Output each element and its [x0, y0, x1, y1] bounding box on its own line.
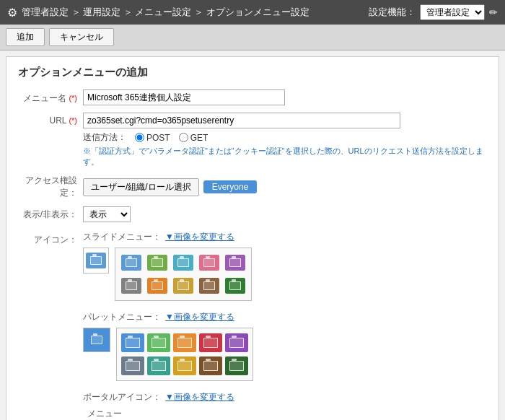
list-item[interactable] [146, 253, 169, 273]
palette-grid-container [116, 328, 253, 381]
everyone-badge: Everyone [203, 180, 258, 193]
note-text: ※「認証方式」で"パラメータ認証"または"クッキー認証"を選択した際の、URLの… [83, 146, 487, 167]
url-field: 送信方法： POST GET ※「認証方式」で"パラメータ認証"または"クッキー… [83, 113, 487, 167]
menu-name-row: メニュー名 (*) [18, 89, 487, 105]
icon-groups: スライドメニュー： ▼画像を変更する [83, 231, 487, 420]
list-item[interactable] [225, 356, 248, 376]
slide-menu-group: スライドメニュー： ▼画像を変更する [83, 231, 487, 301]
get-radio[interactable] [179, 133, 188, 142]
slide-selected-icon [83, 248, 109, 274]
toolbar: 追加 キャンセル [0, 25, 505, 51]
settings-select[interactable]: 管理者設定 [420, 4, 485, 20]
display-select[interactable]: 表示非表示 [83, 206, 131, 222]
palette-menu-label: パレットメニュー： [83, 311, 161, 323]
main-content: オプションメニューの追加 メニュー名 (*) URL (*) 送信方法： POS… [6, 56, 499, 420]
palette-menu-header: パレットメニュー： ▼画像を変更する [83, 311, 487, 323]
list-item[interactable] [172, 253, 195, 273]
header-right: 設定機能： 管理者設定 ✏ [369, 4, 498, 20]
header: ⚙ 管理者設定 ＞ 運用設定 ＞ メニュー設定 ＞ オプションメニュー設定 設定… [0, 0, 505, 25]
menu-label-row: メニュー [87, 408, 487, 420]
list-item[interactable] [224, 276, 247, 296]
icon-section: アイコン： スライドメニュー： ▼画像を変更する [18, 231, 487, 420]
breadcrumb: 管理者設定 ＞ 運用設定 ＞ メニュー設定 ＞ オプションメニュー設定 [22, 6, 309, 19]
menu-sub-label: メニュー [87, 408, 122, 420]
slide-icon-grid [120, 253, 247, 296]
send-method-row: 送信方法： POST GET [83, 131, 487, 144]
pencil-icon[interactable]: ✏ [489, 6, 498, 18]
portal-icon-header: ポータルアイコン： ▼画像を変更する [83, 391, 487, 403]
palette-menu-group: パレットメニュー： ▼画像を変更する [83, 311, 487, 381]
list-item[interactable] [121, 356, 144, 376]
palette-preview-area [83, 328, 487, 381]
url-label: URL (*) [18, 113, 83, 126]
access-label: アクセス権設定： [18, 175, 83, 199]
portal-change-link[interactable]: ▼画像を変更する [165, 391, 234, 403]
page-title: オプションメニューの追加 [18, 66, 487, 79]
post-radio-label[interactable]: POST [135, 133, 170, 143]
list-item[interactable] [199, 333, 222, 353]
list-item[interactable] [172, 276, 195, 296]
list-item[interactable] [120, 276, 143, 296]
list-item[interactable] [225, 333, 248, 353]
portal-icon-label: ポータルアイコン： [83, 391, 161, 403]
slide-menu-header: スライドメニュー： ▼画像を変更する [83, 231, 487, 243]
slide-preview-area [83, 248, 487, 301]
access-select-button[interactable]: ユーザー/組織/ロール選択 [83, 178, 199, 196]
menu-name-input[interactable] [83, 89, 285, 105]
display-label: 表示/非表示： [18, 209, 83, 221]
settings-label: 設定機能： [369, 6, 416, 19]
add-button[interactable]: 追加 [6, 28, 45, 46]
list-item[interactable] [198, 253, 221, 273]
list-item[interactable] [147, 333, 170, 353]
icon-label: アイコン： [18, 231, 83, 246]
list-item[interactable] [173, 356, 196, 376]
send-method-label: 送信方法： [83, 131, 126, 144]
list-item[interactable] [173, 333, 196, 353]
list-item[interactable] [146, 276, 169, 296]
list-item[interactable] [199, 356, 222, 376]
list-item[interactable] [121, 333, 144, 353]
slide-grid-container [115, 248, 252, 301]
gear-icon: ⚙ [7, 6, 17, 19]
cancel-button[interactable]: キャンセル [49, 28, 114, 46]
header-left: ⚙ 管理者設定 ＞ 運用設定 ＞ メニュー設定 ＞ オプションメニュー設定 [7, 6, 309, 19]
url-input[interactable] [83, 113, 400, 128]
palette-icon-grid [121, 333, 248, 376]
menu-name-field [83, 89, 487, 105]
display-row: 表示/非表示： 表示非表示 [18, 206, 487, 222]
palette-change-link[interactable]: ▼画像を変更する [165, 311, 234, 323]
post-radio[interactable] [135, 133, 144, 142]
portal-icon-group: ポータルアイコン： ▼画像を変更する メニュー [83, 391, 487, 420]
access-row: アクセス権設定： ユーザー/組織/ロール選択 Everyone [18, 175, 487, 199]
list-item[interactable] [147, 356, 170, 376]
slide-icon-selected [86, 253, 106, 268]
slide-change-link[interactable]: ▼画像を変更する [165, 231, 234, 243]
list-item[interactable] [120, 253, 143, 273]
get-radio-label[interactable]: GET [179, 133, 208, 143]
list-item[interactable] [224, 253, 247, 273]
url-row: URL (*) 送信方法： POST GET ※「認証方式」で"パラメータ認証"… [18, 113, 487, 167]
slide-menu-label: スライドメニュー： [83, 231, 161, 243]
list-item[interactable] [198, 276, 221, 296]
menu-name-label: メニュー名 (*) [18, 89, 83, 105]
palette-selected-icon [83, 328, 110, 352]
palette-icon-selected [87, 332, 107, 348]
